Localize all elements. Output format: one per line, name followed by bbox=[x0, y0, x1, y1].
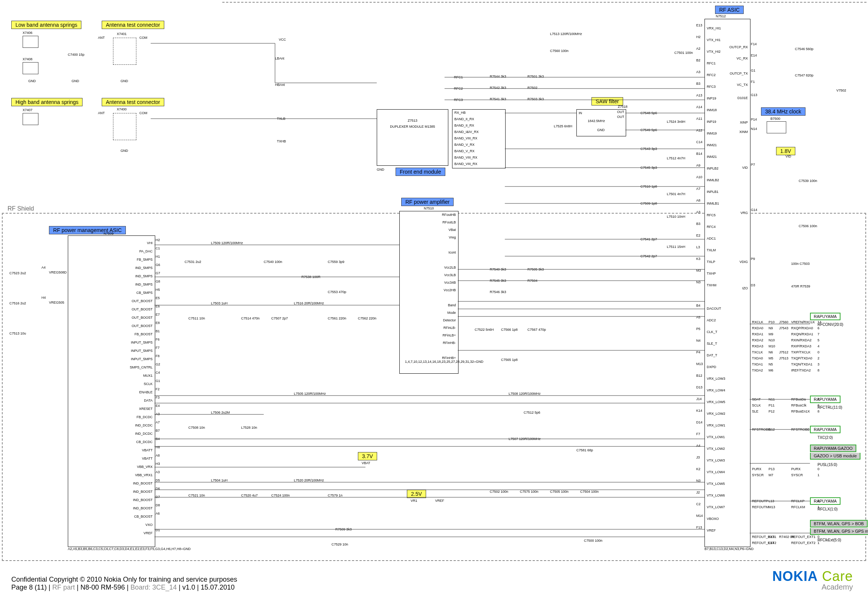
l7513: L7513 120R/100MHz bbox=[550, 32, 582, 36]
x7400 bbox=[113, 113, 136, 140]
asic-lpin-n-29: M13 bbox=[696, 362, 703, 366]
c7565: C7565 1p8 bbox=[501, 358, 518, 362]
c7553: C7553 470p bbox=[328, 290, 346, 294]
pm-lpin-l-11: FB_BOOST bbox=[128, 332, 153, 336]
rf-pm-vreg505: VREG505 bbox=[49, 301, 64, 304]
label-1p8v: 1.8V bbox=[776, 147, 795, 155]
x7401 bbox=[113, 38, 136, 65]
pm-lpin-l-29: IND_BOOST bbox=[128, 481, 153, 485]
asic-lpin-l-1: VTX_HI1 bbox=[707, 38, 721, 42]
pm-lpin-n-28: A3 bbox=[156, 470, 160, 474]
asic-lpin-n-28: P4 bbox=[696, 350, 700, 354]
sig-r-1436: REFOUT_EXT2 bbox=[791, 541, 816, 545]
pm-lpin-n-5: G8 bbox=[156, 280, 160, 283]
pm-lpin-n-20: E4 bbox=[156, 404, 160, 408]
asic-rpin-n-6: N14 bbox=[751, 127, 757, 131]
sig-r-882: RXQN/RXDA1 bbox=[791, 332, 813, 336]
pm-lpin-l-15: SMPS_CNTRL bbox=[128, 365, 153, 369]
c7566: C7566 1p8 bbox=[501, 328, 518, 332]
c7513b: C7513 10u bbox=[9, 332, 26, 335]
x7407 bbox=[23, 113, 38, 125]
c7521: C7521 10n bbox=[188, 494, 205, 497]
r7541: R7541 3k3 bbox=[490, 97, 506, 101]
c7510: C7510 1p8 bbox=[640, 185, 657, 188]
sig-l-1240: PURX bbox=[752, 467, 761, 471]
label-rf-asic: RF ASIC bbox=[715, 6, 744, 14]
pm-lpin-l-4: IND_SMPS bbox=[128, 274, 153, 278]
pm-lpin-n-29: D5 bbox=[156, 478, 160, 482]
r7542: R7542 3k3 bbox=[490, 86, 506, 90]
pm-lpin-l-20: XRESET bbox=[128, 407, 153, 411]
sig-n-978: M6 bbox=[769, 368, 773, 372]
c7523: C7523 2u2 bbox=[9, 271, 26, 275]
asic-lpin-n-39: N3 bbox=[696, 479, 701, 483]
v7502: V7502 bbox=[836, 89, 846, 92]
vref: VREF bbox=[435, 499, 444, 503]
asic-lpin-n-37: J3 bbox=[696, 455, 700, 459]
l7511: L7511 15nH bbox=[667, 245, 685, 249]
sig-n-1420: K13 bbox=[769, 535, 775, 539]
asic-lpin-l-28: DAT_T bbox=[707, 353, 717, 357]
dup-txlb: TXLB bbox=[277, 117, 286, 121]
asic-rpin-n-7: P7 bbox=[751, 163, 755, 167]
label-2p5v: 2.5V bbox=[407, 490, 426, 498]
asic-rpin-n-0: F14 bbox=[751, 42, 757, 46]
l7512: L7512 4n7H bbox=[667, 156, 685, 160]
rapuyama-sig-4: RFCLX(1:0) bbox=[818, 507, 837, 511]
pm-lpin-n-16: C4 bbox=[156, 371, 160, 374]
rf-asic-ref: N7512 bbox=[716, 14, 726, 18]
asic-lpin-n-25: A5 bbox=[696, 315, 700, 319]
asic-lpin-n-33: K14 bbox=[696, 409, 702, 413]
asic-rpin-n-9: P9 bbox=[751, 257, 755, 261]
sig-r-1325: RFCLKP bbox=[791, 499, 805, 503]
rf-pm-gnd-note: A2,A5,B3,B5,B6,C3,C5,C6,C7,C8,D3,D4,E1,E… bbox=[68, 547, 156, 551]
pm-lpin-l-9: OUT_BOOST bbox=[128, 316, 153, 319]
r7545: R7545 3k3 bbox=[490, 279, 506, 283]
asic-lpin-n-11: B14 bbox=[696, 152, 702, 156]
l7506: L7506 2u2M bbox=[211, 411, 230, 414]
c7507: C7507 2p7 bbox=[271, 316, 288, 320]
pm-lpin-n-2: H1 bbox=[156, 255, 160, 258]
pm-lpin-l-13: INPUT_SMPS bbox=[128, 349, 153, 353]
asic-lpin-n-12: A9 bbox=[696, 164, 700, 167]
sig-i-1087: 8 bbox=[818, 410, 819, 413]
pm-lpin-n-33: A6 bbox=[156, 512, 160, 515]
pm-lpin-l-31: IND_BOOST bbox=[128, 498, 153, 502]
r7503: R7503 3k3 bbox=[527, 97, 544, 101]
sig-l-1087: SLE bbox=[752, 410, 758, 413]
sig-n-1071: P11 bbox=[769, 403, 775, 407]
asic-lpin-l-11: INM21 bbox=[707, 155, 717, 159]
asic-lpin-n-42: M14 bbox=[696, 514, 703, 518]
r7501: R7501 3k3 bbox=[527, 75, 544, 78]
pm-lpin-l-3: IND_SMPS bbox=[128, 266, 153, 270]
label-384-clk: 38.4 MHz clock bbox=[761, 107, 805, 116]
rf-pa-pin-15: RFinLB- bbox=[435, 326, 456, 330]
nokia-word: NOKIA bbox=[772, 568, 818, 584]
c7524: C7524 100n bbox=[271, 494, 290, 497]
rx-band-3: BAND_I&IV_RX bbox=[454, 130, 479, 134]
vid-label: VID bbox=[785, 154, 791, 158]
sig-i-1341: 1 bbox=[818, 505, 819, 509]
pm-lpin-l-35: VREF bbox=[128, 531, 153, 535]
sig-n-962: N5 bbox=[769, 362, 773, 366]
sig-r-978: IREF/TXDA2 bbox=[791, 368, 811, 372]
pm-lpin-n-18: F2 bbox=[156, 387, 160, 391]
sig-l-1256: SYSCR bbox=[752, 473, 764, 477]
saw-ref: Z7518 bbox=[618, 105, 628, 108]
asic-lpin-n-24: B4 bbox=[696, 304, 700, 307]
pm-lpin-n-21: A3 bbox=[156, 412, 160, 416]
pm-lpin-n-7: E5 bbox=[156, 296, 160, 300]
pm-lpin-l-2: FB_SMPS bbox=[128, 258, 153, 261]
c7500: C7500 100n bbox=[584, 539, 602, 542]
footer: Confidential Copyright © 2010 Nokia Only… bbox=[11, 576, 237, 591]
asic-lpin-n-13: A10 bbox=[696, 175, 702, 179]
c7502b: C7502 100n bbox=[490, 490, 508, 494]
pm-lpin-l-27: VBB_VRX bbox=[128, 465, 153, 469]
asic-lpin-l-24: DACOUT bbox=[707, 307, 721, 310]
asic-lpin-n-0: E13 bbox=[696, 23, 702, 27]
asic-lpin-n-4: A3 bbox=[696, 70, 700, 74]
asic-lpin-n-6: A13 bbox=[696, 93, 702, 97]
rf-pa-pin-12: Band bbox=[435, 303, 456, 307]
pm-lpin-n-13: F7 bbox=[156, 346, 160, 350]
asic-lpin-n-43: F13 bbox=[696, 526, 702, 529]
